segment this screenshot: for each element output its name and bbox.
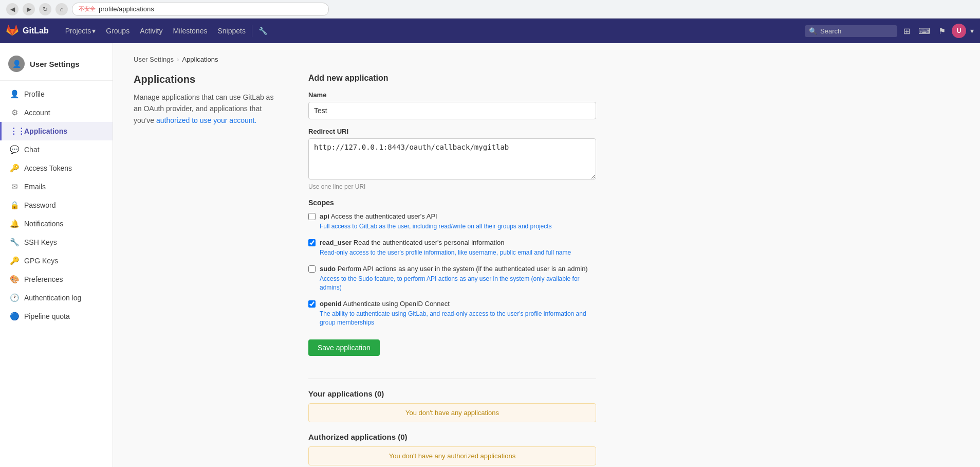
name-label: Name <box>308 91 596 99</box>
scope-api: api Access the authenticated user's API … <box>308 212 596 231</box>
scope-api-name: api <box>320 212 329 220</box>
authorized-applications-empty: You don't have any authorized applicatio… <box>308 446 596 465</box>
forward-button[interactable]: ▶ <box>23 3 35 15</box>
nav-right: 🔍 Search ⊞ ⌨ ⚑ U ▾ <box>805 24 974 38</box>
page-layout: 👤 User Settings 👤 Profile ⚙ Account ⋮⋮ A… <box>0 43 980 467</box>
sidebar-user-label: User Settings <box>30 60 80 68</box>
emails-icon: ✉ <box>10 182 19 191</box>
flag-icon[interactable]: ⚑ <box>936 24 948 38</box>
sidebar-item-ssh-keys[interactable]: 🔧 SSH Keys <box>0 233 113 252</box>
sidebar-label-emails: Emails <box>24 183 46 191</box>
sidebar-item-emails[interactable]: ✉ Emails <box>0 177 113 196</box>
page-title: Applications <box>134 74 278 85</box>
scope-openid: openid Authenticate using OpenID Connect… <box>308 299 596 327</box>
sidebar-item-gpg-keys[interactable]: 🔑 GPG Keys <box>0 252 113 270</box>
scope-openid-label-text: Authenticate using OpenID Connect <box>343 300 450 308</box>
scope-api-label[interactable]: api Access the authenticated user's API <box>320 212 437 221</box>
sidebar-item-access-tokens[interactable]: 🔑 Access Tokens <box>0 159 113 177</box>
name-input[interactable] <box>308 102 596 119</box>
reload-button[interactable]: ↻ <box>39 3 51 15</box>
user-avatar[interactable]: U <box>952 24 966 38</box>
scope-sudo-desc: Access to the Sudo feature, to perform A… <box>320 275 596 292</box>
nav-wrench[interactable]: 🔧 <box>254 25 271 37</box>
authorized-applications-title: Authorized applications (0) <box>308 433 596 441</box>
sidebar-item-preferences[interactable]: 🎨 Preferences <box>0 270 113 289</box>
scopes-form-group: Scopes api Access the authenticated user… <box>308 199 596 327</box>
scope-sudo-label[interactable]: sudo Perform API actions as any user in … <box>320 264 588 274</box>
sidebar-item-chat[interactable]: 💬 Chat <box>0 140 113 159</box>
scope-openid-desc: The ability to authenticate using GitLab… <box>320 310 596 327</box>
security-warning: 不安全 <box>79 5 96 13</box>
scope-sudo: sudo Perform API actions as any user in … <box>308 264 596 292</box>
left-panel: Applications Manage applications that ca… <box>134 74 278 467</box>
brand-name: GitLab <box>23 26 49 35</box>
search-placeholder: Search <box>820 27 841 35</box>
scope-api-desc: Full access to GitLab as the user, inclu… <box>320 222 596 231</box>
redirect-uri-hint: Use one line per URI <box>308 183 596 190</box>
scope-openid-label[interactable]: openid Authenticate using OpenID Connect <box>320 299 450 309</box>
description-link[interactable]: authorized to use your account. <box>156 116 256 124</box>
nav-projects[interactable]: Projects ▾ <box>61 25 100 37</box>
scope-sudo-row: sudo Perform API actions as any user in … <box>308 264 596 274</box>
sidebar-label-access-tokens: Access Tokens <box>24 164 72 172</box>
layout-icon[interactable]: ⊞ <box>901 24 912 38</box>
scope-read-user-checkbox[interactable] <box>308 239 316 246</box>
redirect-uri-label: Redirect URI <box>308 128 596 135</box>
sidebar: 👤 User Settings 👤 Profile ⚙ Account ⋮⋮ A… <box>0 43 113 467</box>
sidebar-label-pipeline-quota: Pipeline quota <box>24 312 70 320</box>
preferences-icon: 🎨 <box>10 275 19 284</box>
sidebar-item-profile[interactable]: 👤 Profile <box>0 85 113 103</box>
sidebar-item-auth-log[interactable]: 🕐 Authentication log <box>0 289 113 307</box>
your-applications-title: Your applications (0) <box>308 389 596 398</box>
scope-sudo-checkbox[interactable] <box>308 265 316 273</box>
nav-groups[interactable]: Groups <box>102 25 134 37</box>
back-button[interactable]: ◀ <box>6 3 19 15</box>
sidebar-label-gpg-keys: GPG Keys <box>24 257 58 265</box>
user-icon: 👤 <box>12 60 21 68</box>
sidebar-label-account: Account <box>24 109 50 117</box>
keyboard-icon[interactable]: ⌨ <box>916 24 932 38</box>
scope-api-checkbox[interactable] <box>308 213 316 220</box>
browser-bar: ◀ ▶ ↻ ⌂ 不安全 profile/applications <box>0 0 980 19</box>
sidebar-label-applications: Applications <box>24 127 67 135</box>
search-bar[interactable]: 🔍 Search <box>805 25 897 37</box>
sidebar-label-auth-log: Authentication log <box>24 294 81 302</box>
scope-openid-row: openid Authenticate using OpenID Connect <box>308 299 596 309</box>
chat-icon: 💬 <box>10 145 19 154</box>
scope-read-user-label[interactable]: read_user Read the authenticated user's … <box>320 238 505 247</box>
sidebar-user: 👤 User Settings <box>0 51 113 81</box>
sidebar-label-chat: Chat <box>24 146 40 154</box>
nav-snippets[interactable]: Snippets <box>213 25 249 37</box>
scope-read-user-name: read_user <box>320 239 352 246</box>
breadcrumb-separator: › <box>177 56 179 63</box>
redirect-uri-textarea[interactable]: http://127.0.0.1:8443/oauth/callback/myg… <box>308 138 596 179</box>
scope-openid-checkbox[interactable] <box>308 300 316 308</box>
brand-logo[interactable]: GitLab <box>6 25 49 37</box>
gpg-keys-icon: 🔑 <box>10 256 19 265</box>
page-description: Manage applications that can use GitLab … <box>134 92 278 126</box>
sidebar-item-account[interactable]: ⚙ Account <box>0 103 113 122</box>
sidebar-label-password: Password <box>24 201 56 209</box>
nav-activity[interactable]: Activity <box>136 25 167 37</box>
sidebar-label-profile: Profile <box>24 90 45 98</box>
scopes-label: Scopes <box>308 199 596 207</box>
nav-milestones[interactable]: Milestones <box>169 25 212 37</box>
save-application-button[interactable]: Save application <box>308 339 380 356</box>
chevron-down-icon: ▾ <box>92 27 96 35</box>
home-button[interactable]: ⌂ <box>56 3 68 15</box>
sidebar-item-notifications[interactable]: 🔔 Notifications <box>0 214 113 233</box>
breadcrumb-parent[interactable]: User Settings <box>134 56 174 63</box>
sidebar-label-ssh-keys: SSH Keys <box>24 238 57 246</box>
main-content: User Settings › Applications Application… <box>113 43 980 467</box>
sidebar-item-password[interactable]: 🔒 Password <box>0 196 113 214</box>
section-divider <box>308 379 596 379</box>
breadcrumb: User Settings › Applications <box>134 56 959 63</box>
redirect-uri-form-group: Redirect URI http://127.0.0.1:8443/oauth… <box>308 128 596 190</box>
url-bar[interactable]: 不安全 profile/applications <box>72 3 329 16</box>
sidebar-item-applications[interactable]: ⋮⋮ Applications <box>0 122 113 140</box>
right-panel: Add new application Name Redirect URI ht… <box>308 74 596 467</box>
avatar-chevron-icon[interactable]: ▾ <box>970 27 974 35</box>
sidebar-item-pipeline-quota[interactable]: 🔵 Pipeline quota <box>0 307 113 326</box>
sidebar-label-preferences: Preferences <box>24 275 63 283</box>
profile-icon: 👤 <box>10 89 19 99</box>
